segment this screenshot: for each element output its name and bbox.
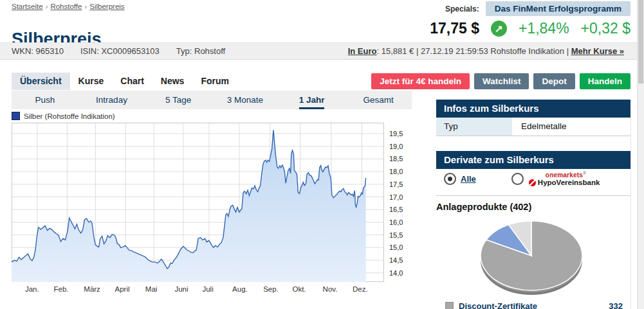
period-3-monate[interactable]: 3 Monate	[212, 95, 279, 105]
svg-text:April: April	[115, 285, 129, 293]
in-euro-link[interactable]: In Euro	[348, 46, 377, 56]
svg-text:14,5: 14,5	[389, 256, 403, 264]
legend-marker-icon	[12, 112, 20, 120]
breadcrumb: Startseite›Rohstoffe›Silberpreis	[12, 3, 127, 10]
period-intraday[interactable]: Intraday	[78, 95, 145, 105]
period-label: Gesamt	[363, 95, 394, 107]
period-label: 3 Monate	[227, 95, 263, 107]
breadcrumb-link-startseite[interactable]: Startseite	[12, 3, 43, 10]
trade-promo-button[interactable]: Jetzt für 4€ handeln	[371, 73, 470, 89]
pie-legend-label[interactable]: Discount-Zertifikate	[459, 301, 537, 309]
svg-text:Jan.: Jan.	[25, 285, 39, 293]
svg-text:14,0: 14,0	[389, 269, 403, 277]
products-pie-chart	[475, 217, 591, 302]
svg-text:16,5: 16,5	[389, 206, 403, 213]
period-label: 1 Jahr	[299, 95, 325, 109]
svg-text:Sep.: Sep.	[263, 285, 279, 293]
euro-quote-text: : 15,881 € | 27.12.19 21:59:53 Rohstoffe…	[376, 46, 571, 56]
info-row-label: Typ	[436, 118, 512, 136]
info-row-typ: Typ Edelmetalle	[436, 118, 630, 136]
period-5-tage[interactable]: 5 Tage	[145, 95, 212, 105]
page: Startseite›Rohstoffe›Silberpreis Special…	[0, 0, 644, 309]
tab-kurse[interactable]: Kurse	[70, 73, 113, 90]
instrument-id: Typ: Rohstoff	[176, 46, 225, 56]
svg-text:18,5: 18,5	[389, 155, 403, 163]
scrollbar-thumb[interactable]	[638, 0, 643, 84]
svg-text:15,5: 15,5	[389, 231, 403, 239]
change-percent: +1,84%	[519, 20, 569, 37]
products-heading: Anlageprodukte (402)	[436, 202, 531, 212]
tab-news[interactable]: News	[152, 73, 193, 90]
issuer-filter: Alle onemarkets® HypoVereinsbank	[444, 171, 630, 187]
column-separator	[630, 118, 631, 309]
action-buttons: Jetzt für 4€ handelnWatchlistDepotHandel…	[371, 73, 630, 89]
handeln-button[interactable]: Handeln	[580, 73, 630, 89]
instrument-id: ISIN: XC0009653103	[80, 46, 160, 56]
svg-text:17,5: 17,5	[389, 181, 403, 188]
period-1-jahr[interactable]: 1 Jahr	[279, 95, 345, 105]
breadcrumb-link-silberpreis[interactable]: Silberpreis	[89, 3, 124, 10]
quote-meta: In Euro: 15,881 € | 27.12.19 21:59:53 Ro…	[348, 46, 624, 56]
period-push[interactable]: Push	[12, 95, 78, 105]
hvb-circle-icon	[529, 179, 536, 186]
breadcrumb-separator: ›	[84, 3, 87, 10]
period-label: Push	[35, 95, 55, 107]
hypovereinsbank-logo: HypoVereinsbank	[529, 179, 600, 187]
depot-button[interactable]: Depot	[533, 73, 575, 89]
svg-text:Juni: Juni	[174, 285, 188, 293]
period-gesamt[interactable]: Gesamt	[345, 95, 412, 105]
chart-legend: Silber (Rohstoffe Indikation)	[12, 112, 115, 120]
svg-text:März: März	[84, 285, 100, 293]
period-label: Intraday	[96, 95, 127, 107]
svg-text:Nov.: Nov.	[323, 285, 338, 293]
specials-label: Specials:	[445, 4, 479, 13]
quote-block: 17,75 $ ↗ +1,84% +0,32 $	[430, 20, 630, 37]
svg-text:16,0: 16,0	[389, 218, 403, 226]
svg-text:Juli: Juli	[202, 285, 213, 293]
radio-alle-label[interactable]: Alle	[461, 174, 476, 184]
legend-label: Silber (Rohstoffe Indikation)	[24, 112, 115, 120]
breadcrumb-separator: ›	[46, 3, 48, 10]
svg-text:Okt.: Okt.	[292, 285, 306, 293]
price-area-chart[interactable]: 19,519,018,518,017,517,016,516,015,515,0…	[12, 123, 423, 296]
radio-alle[interactable]	[444, 173, 456, 185]
tab-chart[interactable]: Chart	[112, 73, 152, 90]
issuer-logo: onemarkets® HypoVereinsbank	[529, 171, 600, 187]
svg-text:Dez.: Dez.	[353, 285, 368, 293]
onemarkets-logo: onemarkets®	[546, 171, 600, 179]
tab-übersicht[interactable]: Übersicht	[12, 73, 70, 90]
trend-up-arrow-icon: ↗	[491, 21, 507, 37]
instrument-id: WKN: 965310	[12, 46, 64, 56]
mehr-kurse-link[interactable]: Mehr Kurse »	[571, 46, 624, 56]
svg-text:19,5: 19,5	[389, 130, 403, 137]
infobox-title: Infos zum Silberkurs	[444, 103, 539, 114]
pie-legend-value: 332	[609, 301, 623, 309]
finment-program-button[interactable]: Das FinMent Erfolgsprogramm	[486, 1, 630, 16]
svg-text:18,0: 18,0	[389, 168, 403, 175]
specials-bar: Specials: Das FinMent Erfolgsprogramm	[445, 1, 630, 16]
current-price: 17,75 $	[430, 20, 479, 37]
radio-issuer[interactable]	[511, 173, 524, 185]
breadcrumb-link-rohstoffe[interactable]: Rohstoffe	[50, 3, 82, 10]
period-label: 5 Tage	[165, 95, 191, 107]
derivate-header: Derivate zum Silberkurs	[436, 151, 630, 169]
pie-legend-row: Discount-Zertifikate 332	[445, 301, 623, 309]
main-tabs: ÜbersichtKurseChartNewsForum	[12, 73, 237, 90]
svg-text:Feb.: Feb.	[53, 285, 68, 293]
svg-text:Aug.: Aug.	[232, 285, 248, 293]
instrument-ids: WKN: 965310ISIN: XC0009653103Typ: Rohsto…	[12, 46, 225, 56]
page-scrollbar[interactable]	[637, 0, 644, 309]
tab-forum[interactable]: Forum	[192, 73, 237, 90]
change-absolute: +0,32 $	[581, 20, 630, 37]
info-row-value: Edelmetalle	[521, 118, 567, 136]
chart-period-selector: PushIntraday5 Tage3 Monate1 JahrGesamt	[12, 91, 412, 109]
svg-text:17,0: 17,0	[389, 193, 403, 201]
derivate-title: Derivate zum Silberkurs	[444, 154, 554, 165]
watchlist-button[interactable]: Watchlist	[474, 73, 529, 89]
svg-text:15,0: 15,0	[389, 243, 403, 251]
divider	[436, 195, 630, 196]
infobox-header: Infos zum Silberkurs	[436, 100, 630, 118]
meta-bar: WKN: 965310ISIN: XC0009653103Typ: Rohsto…	[0, 42, 644, 60]
svg-text:Mai: Mai	[145, 285, 158, 293]
svg-text:19,0: 19,0	[389, 143, 403, 150]
